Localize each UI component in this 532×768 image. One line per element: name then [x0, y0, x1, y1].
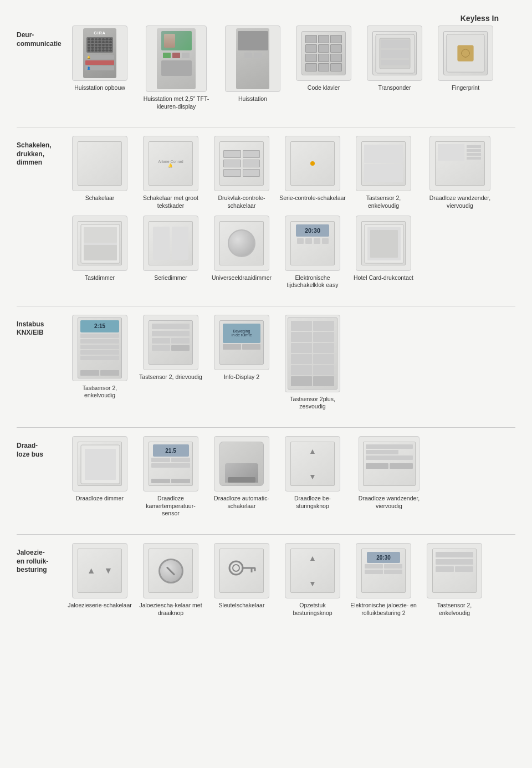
- product-label-universeel: Universeeldraaidimmer: [212, 274, 272, 282]
- info-display-screen: Bewegingin de ruimte: [223, 324, 260, 343]
- product-schakelaar-groot: Ariane Conrad🔔 Schakelaar met groot teks…: [137, 136, 204, 209]
- keyless-in-header: Keyless In: [461, 11, 515, 23]
- product-image-opzetstuk: ▲ ▼: [285, 543, 340, 598]
- product-tastdimmer: Tastdimmer: [66, 216, 133, 282]
- product-label-tastdimmer: Tastdimmer: [85, 274, 115, 282]
- product-draadloze-auto: Draadloze automatic-schakelaar: [208, 436, 275, 510]
- product-label-seriedimmer: Seriedimmer: [154, 274, 187, 282]
- section-draadloze-bus: Draad-loze bus Draadloze dimmer: [17, 436, 515, 518]
- product-sleutel: Sleutelschakelaar: [208, 543, 275, 610]
- fingerprint-svg: [444, 31, 487, 75]
- tastsensor-device: [361, 141, 406, 186]
- opzet-arrow-up: ▲: [309, 554, 316, 562]
- jaloez-knob: [158, 559, 183, 583]
- product-serie-control: Serie-controle-schakelaar: [279, 136, 346, 202]
- intercom-buttons: 🔔 👤: [85, 55, 114, 70]
- product-image-info-display: Bewegingin de ruimte: [214, 315, 269, 370]
- svg-point-16: [229, 561, 243, 575]
- elekt-jaloez-display: 20:30: [367, 552, 400, 563]
- draadloze-dimmer-svg: [78, 442, 122, 487]
- product-label-huisstation-display: Huisstation met 2,5″ TFT-kleuren-display: [137, 95, 215, 110]
- svg-rect-2: [381, 40, 409, 48]
- section-label-instabus: Instabus KNX/EIB: [17, 315, 66, 337]
- sleutel-svg: [225, 554, 258, 587]
- universeel-knob: [228, 229, 255, 257]
- product-label-fingerprint: Fingerprint: [452, 84, 479, 92]
- product-image-hotel-card: [356, 216, 411, 271]
- product-image-sleutel: [214, 543, 269, 598]
- product-image-schakelaar-groot: Ariane Conrad🔔: [143, 136, 198, 191]
- product-label-tijdschakelklok: Elektronische tijdschakelklok easy: [279, 274, 346, 289]
- section-label-jaloezie: Jaloezie-en rolluik-besturing: [17, 543, 66, 575]
- product-label-elekt-jaloez: Elektronische jaloezie- en rolluikbestur…: [350, 602, 417, 617]
- product-image-huisstation-display: [146, 25, 207, 92]
- product-label-draadloze-besturing: Draadloze be-sturingsknop: [279, 495, 346, 510]
- product-label-draadloze-kamer: Draadloze kamertemperatuur-sensor: [137, 495, 204, 518]
- product-image-schakelaar: [72, 136, 127, 191]
- product-draadloze-wandzender: Draadloze wandzender, viervoudig: [350, 436, 428, 510]
- product-image-jaloez-serie: ▲ ▼: [72, 543, 127, 598]
- hotel-card-device: [361, 221, 406, 265]
- intercom-speaker: [86, 37, 113, 53]
- tastdimmer-device: [78, 221, 122, 265]
- elekt-jaloez-device: 20:30: [361, 549, 406, 593]
- product-fingerprint: Fingerprint: [432, 25, 499, 92]
- section-label-deurcommunicatie: Deur-communicatie: [17, 25, 66, 48]
- product-image-draadloze-besturing: ▲ ▼: [285, 436, 340, 491]
- jaloez-serie-device: ▲ ▼: [78, 549, 122, 593]
- jaloez-schakelaar-device: [149, 549, 193, 593]
- product-label-huisstation: Huisstation: [238, 95, 267, 103]
- universeel-device: [219, 221, 264, 265]
- product-code-klavier: Code klavier: [290, 25, 357, 92]
- section-jaloezie: Jaloezie-en rolluik-besturing ▲ ▼ Jaloez…: [17, 543, 515, 617]
- product-schakelaar: Schakelaar: [66, 136, 133, 202]
- product-image-instabus-ts: 2:15: [72, 315, 127, 381]
- header-row: Keyless In: [17, 11, 515, 23]
- section-instabus: Instabus KNX/EIB 2:15: [17, 315, 515, 411]
- product-image-draadloze-kamer: 21.5: [143, 436, 198, 491]
- product-image-fingerprint: [438, 25, 493, 81]
- kamer-display: 21.5: [153, 444, 189, 457]
- svg-rect-6: [457, 45, 473, 61]
- auto-pir-sensor: [225, 463, 258, 483]
- product-tastsensor2-enkel: Tastsensor 2, enkelvoudig: [350, 136, 417, 209]
- product-label-transponder: Transponder: [378, 84, 411, 92]
- serie-dot: [310, 161, 315, 166]
- product-label-draadloze-wand: Draadloze wandzender, viervoudig: [421, 194, 499, 209]
- product-info-display: Bewegingin de ruimte Info-Display 2: [208, 315, 275, 381]
- product-label-serie-control: Serie-controle-schakelaar: [279, 194, 346, 202]
- product-image-elekt-jaloez: 20:30: [356, 543, 411, 598]
- product-label-schakelaar: Schakelaar: [85, 194, 115, 202]
- transponder-svg: [373, 32, 417, 76]
- draadloze-besturing-device: ▲ ▼: [290, 442, 335, 486]
- instabus-ts-device: 2:15: [78, 318, 122, 378]
- huisstation-device: [236, 28, 269, 89]
- product-label-drukvlak: Drukvlak-controle-schakelaar: [208, 194, 275, 209]
- product-image-huisstation-opbouw: GIRA 🔔 👤: [72, 25, 127, 81]
- section-content-jaloezie: ▲ ▼ Jaloezieserie-schakelaar Jaloeziesch…: [66, 543, 515, 617]
- product-image-ts2-enkel-jaloez: [427, 543, 482, 598]
- product-label-schakelaar-groot: Schakelaar met groot tekstkader: [137, 194, 204, 209]
- hs-speaker: [161, 60, 192, 76]
- gira-logo: GIRA: [94, 31, 106, 35]
- divider-1: [17, 127, 515, 127]
- product-image-transponder: [367, 25, 422, 81]
- product-elekt-jaloez: 20:30 Elektronische jaloezie- en rolluik…: [350, 543, 417, 617]
- product-image-tastsensor2-enkel: [356, 136, 411, 191]
- sleutel-device: [219, 549, 264, 593]
- product-label-jaloez-schakelaar: Jaloeziescha-kelaar met draaiknop: [137, 602, 204, 617]
- product-label-hotel-card: Hotel Card-drukcontact: [354, 274, 413, 282]
- draadloze-dimmer-device: [78, 442, 122, 486]
- section-label-draadloze-bus: Draad-loze bus: [17, 436, 66, 459]
- svg-rect-3: [381, 50, 409, 58]
- product-ts2plus: Tastsensor 2plus, zesvoudig: [279, 315, 346, 411]
- product-jaloez-serie: ▲ ▼ Jaloezieserie-schakelaar: [66, 543, 133, 610]
- hs-buttons: [163, 53, 190, 58]
- product-image-draadloze-auto: [214, 436, 269, 491]
- arrow-down: ▼: [309, 472, 316, 481]
- divider-4: [17, 534, 515, 535]
- product-image-serie-control: [285, 136, 340, 191]
- tijdschakelklok-device: 20:30: [290, 221, 335, 265]
- product-image-draadloze-wand: [429, 136, 490, 191]
- section-content-draadloze-bus: Draadloze dimmer 21.5: [66, 436, 515, 518]
